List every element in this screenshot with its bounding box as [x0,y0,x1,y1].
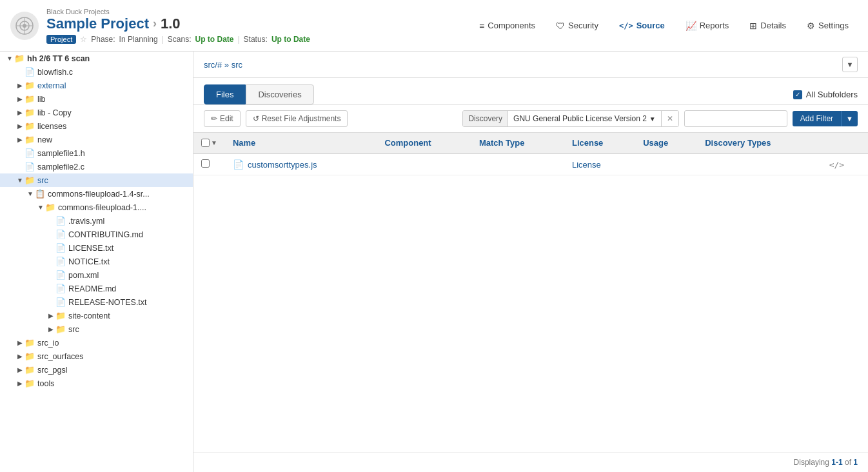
breadcrumb-bar: src/# » src ▼ [193,52,868,78]
sidebar-item-src-ourfaces[interactable]: ▶ 📁 src_ourfaces [0,349,193,363]
src-inner-arrow: ▶ [46,326,55,333]
col-source [822,133,868,153]
src-pgsl-icon: 📁 [25,365,35,375]
sidebar-item-pom[interactable]: 📄 pom.xml [0,268,193,282]
notice-label: NOTICE.txt [68,257,110,266]
row-license-cell: License [564,153,635,175]
src-io-icon: 📁 [25,338,35,348]
src-inner-label: src [68,325,79,334]
src-inner-icon: 📁 [55,324,66,334]
star-icon[interactable]: ☆ [80,35,87,44]
tab-components[interactable]: ≡ Components [470,17,544,35]
tab-security[interactable]: 🛡 Security [547,17,607,35]
root-arrow: ▼ [5,55,14,62]
lib-copy-arrow: ▶ [15,109,25,116]
row-match-type-cell [471,153,564,175]
col-usage: Usage [635,133,697,153]
sidebar-item-commons-fileupload-1[interactable]: ▼ 📁 commons-fileupload-1.... [0,201,193,214]
filter-tag-value[interactable]: GNU General Public License Version 2 ▼ [508,111,661,126]
settings-icon: ⚙ [807,21,815,31]
sidebar-item-src-pgsl[interactable]: ▶ 📁 src_pgsl [0,363,193,377]
add-filter-dropdown[interactable]: ▼ [841,111,858,126]
tab-discoveries[interactable]: Discoveries [246,84,313,104]
tab-reports[interactable]: 📈 Reports [676,17,738,35]
row-name-cell: 📄 customsorttypes.js [225,153,377,175]
sidebar-item-readme[interactable]: 📄 README.md [0,282,193,295]
tab-files[interactable]: Files [204,84,246,104]
sidebar-item-src-io[interactable]: ▶ 📁 src_io [0,336,193,349]
tab-source[interactable]: </> Source [610,17,674,34]
all-subfolders-checkbox[interactable]: ✓ [793,90,802,99]
sidebar-item-release-notes[interactable]: 📄 RELEASE-NOTES.txt [0,295,193,309]
samplefile1-label: samplefile1.h [37,149,85,158]
licenses-arrow: ▶ [15,123,25,130]
notice-icon: 📄 [55,257,66,266]
phase-label: Phase: [91,35,115,44]
sidebar-item-src[interactable]: ▼ 📁 src [0,173,193,187]
reset-button[interactable]: ↺ Reset File Adjustments [246,110,348,127]
sidebar-item-samplefile2[interactable]: 📄 samplefile2.c [0,160,193,173]
sidebar-item-site-content[interactable]: ▶ 📁 site-content [0,309,193,322]
edit-button[interactable]: ✏ Edit [204,110,241,127]
sidebar-item-license[interactable]: 📄 LICENSE.txt [0,241,193,255]
sidebar-item-commons-fileupload[interactable]: ▼ 📋 commons-fileupload-1.4-sr... [0,187,193,201]
site-content-arrow: ▶ [46,312,55,319]
external-arrow: ▶ [15,82,25,89]
pagination-range: 1-1 [831,458,842,467]
col-discovery-types-label: Discovery Types [705,138,771,148]
sidebar-item-external[interactable]: ▶ 📁 external [0,79,193,92]
breadcrumb-dropdown[interactable]: ▼ [842,57,858,72]
details-icon: ⊞ [749,21,757,31]
sidebar-item-notice[interactable]: 📄 NOTICE.txt [0,255,193,268]
tab-reports-label: Reports [700,21,729,30]
content-tabs: Files Discoveries ✓ All Subfolders [193,78,868,105]
row-checkbox[interactable] [201,159,210,168]
col-match-type: Match Type [471,133,564,153]
sidebar-item-lib-copy[interactable]: ▶ 📁 lib - Copy [0,106,193,119]
add-filter-button[interactable]: Add Filter [793,111,841,126]
licenses-folder-icon: 📁 [25,121,35,131]
samplefile2-label: samplefile2.c [37,162,84,172]
blowfish-label: blowfish.c [37,68,73,77]
tab-details[interactable]: ⊞ Details [740,17,795,35]
col-usage-label: Usage [643,138,668,148]
sidebar-item-contributing[interactable]: 📄 CONTRIBUTING.md [0,228,193,241]
col-name: Name [225,133,377,153]
select-all-checkbox[interactable] [201,139,210,147]
row-component-cell [377,153,471,175]
file-name: customsorttypes.js [248,160,317,170]
pom-icon: 📄 [55,270,66,280]
table-body: 📄 customsorttypes.js License [193,153,868,175]
src-io-label: src_io [37,339,59,348]
sidebar-item-samplefile1[interactable]: 📄 samplefile1.h [0,146,193,160]
filter-close-button[interactable]: ✕ [661,111,678,126]
row-source-icon[interactable]: </> [829,160,844,170]
sidebar: ▼ 📁 hh 2/6 TT 6 scan 📄 blowfish.c ▶ 📁 ex… [0,52,193,472]
tab-files-label: Files [216,90,233,99]
filter-search-input[interactable] [684,110,787,127]
row-usage-cell [635,153,697,175]
sidebar-item-src-inner[interactable]: ▶ 📁 src [0,322,193,336]
tree-root[interactable]: ▼ 📁 hh 2/6 TT 6 scan [0,52,193,65]
file-name-link[interactable]: 📄 customsorttypes.js [233,159,370,170]
external-folder-icon: 📁 [25,81,35,90]
sidebar-item-new[interactable]: ▶ 📁 new [0,133,193,146]
filter-value-text: GNU General Public License Version 2 [513,114,647,123]
sidebar-item-lib[interactable]: ▶ 📁 lib [0,92,193,106]
sidebar-item-tools[interactable]: ▶ 📁 tools [0,377,193,390]
status-value: Up to Date [271,35,310,44]
sidebar-item-blowfish[interactable]: 📄 blowfish.c [0,65,193,79]
project-version: 1.0 [161,15,181,32]
project-name: Sample Project [46,15,149,32]
tab-settings[interactable]: ⚙ Settings [798,17,858,35]
licenses-label: licenses [37,122,66,131]
content-tab-group: Files Discoveries [204,84,314,104]
sidebar-item-licenses[interactable]: ▶ 📁 licenses [0,119,193,133]
project-arrow: › [153,17,157,30]
security-icon: 🛡 [556,21,565,31]
components-icon: ≡ [479,21,484,31]
col-component: Component [377,133,471,153]
pagination-bar: Displaying 1-1 of 1 [193,452,868,472]
sidebar-item-travis[interactable]: 📄 .travis.yml [0,214,193,228]
scans-label: Scans: [168,35,192,44]
